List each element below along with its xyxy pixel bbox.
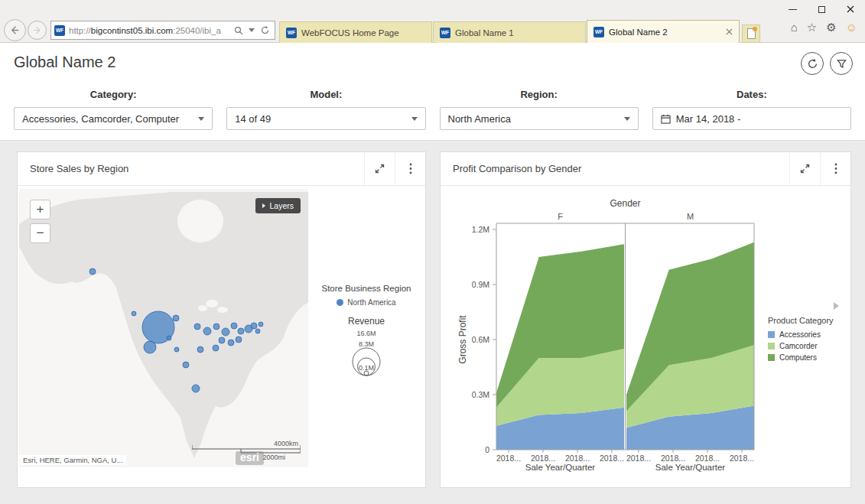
region-select[interactable]: North America bbox=[440, 107, 639, 130]
map-menu-button[interactable] bbox=[395, 152, 425, 185]
chart-legend: Product CategoryAccessoriesCamcorderComp… bbox=[768, 316, 849, 365]
map-bubble[interactable] bbox=[259, 322, 263, 327]
category-select[interactable]: Accessories, Camcorder, Computer bbox=[14, 107, 213, 130]
feedback-smiley-icon[interactable]: ☺ bbox=[846, 21, 857, 33]
map-bubble[interactable] bbox=[173, 315, 179, 321]
x-tick-label: 2018... bbox=[496, 454, 521, 463]
calendar-icon bbox=[661, 114, 671, 124]
map-legend-region-item[interactable]: North America bbox=[308, 298, 424, 307]
forward-button[interactable] bbox=[28, 21, 47, 40]
dashboard-area: Store Sales by Region bbox=[0, 141, 865, 504]
tab-favicon: WF bbox=[286, 28, 297, 38]
y-tick-label: 0 bbox=[485, 445, 489, 454]
region-item-label: North America bbox=[347, 298, 395, 307]
x-tick-label: 2018... bbox=[730, 454, 754, 463]
page-title: Global Name 2 bbox=[14, 54, 115, 71]
map-bubble[interactable] bbox=[89, 268, 96, 275]
map-bubble[interactable] bbox=[192, 385, 200, 392]
map-bubble[interactable] bbox=[144, 341, 156, 353]
legend-swatch-icon bbox=[768, 343, 775, 350]
settings-gear-icon[interactable]: ⚙ bbox=[826, 21, 836, 33]
dates-field[interactable]: Mar 14, 2018 - bbox=[652, 107, 851, 130]
refresh-page-icon[interactable] bbox=[260, 25, 270, 35]
map-bubble[interactable] bbox=[174, 347, 179, 352]
tab-global-name-1[interactable]: WF Global Name 1 bbox=[433, 21, 586, 43]
map-bubble[interactable] bbox=[228, 340, 234, 346]
back-button[interactable] bbox=[4, 19, 26, 41]
tab-label: Global Name 1 bbox=[455, 28, 579, 37]
window-controls bbox=[778, 0, 865, 18]
x-axis-title-f: Sale Year/Quarter bbox=[496, 463, 624, 472]
map-bubble[interactable] bbox=[231, 323, 237, 329]
browser-toolbar-icons: ⌂ ☆ ⚙ ☺ bbox=[791, 21, 857, 33]
tab-global-name-2[interactable]: WF Global Name 2 bbox=[587, 20, 740, 43]
map-bubble[interactable] bbox=[238, 328, 244, 334]
legend-title: Product Category bbox=[768, 316, 849, 325]
map-bubble[interactable] bbox=[255, 329, 260, 333]
home-icon[interactable]: ⌂ bbox=[791, 21, 798, 33]
map-bubble[interactable] bbox=[213, 345, 219, 351]
x-tick-label: 2018... bbox=[695, 454, 720, 463]
map-bubble[interactable] bbox=[251, 323, 257, 329]
chart-menu-button[interactable] bbox=[820, 152, 850, 185]
facet-label-M: M bbox=[687, 212, 694, 221]
zoom-out-button[interactable]: − bbox=[30, 223, 50, 243]
map-bubble[interactable] bbox=[213, 324, 220, 330]
map-bubble[interactable] bbox=[236, 337, 242, 343]
legend-item-camcorder[interactable]: Camcorder bbox=[768, 342, 849, 350]
filter-label-category: Category: bbox=[14, 89, 213, 100]
map-canvas[interactable]: + − Layers 4000km 2000mi Esri, HERE, Gar… bbox=[19, 189, 308, 467]
x-tick-label: 2018... bbox=[661, 454, 685, 463]
filter-button[interactable] bbox=[830, 52, 853, 75]
tab-close-icon[interactable] bbox=[726, 28, 733, 35]
caret-right-icon bbox=[262, 203, 265, 208]
gulf-of-alaska bbox=[45, 286, 109, 324]
legend-item-accessories[interactable]: Accessories bbox=[768, 330, 849, 339]
y-tick-label: 0.6M bbox=[472, 335, 489, 344]
map-panel: Store Sales by Region bbox=[17, 151, 426, 488]
address-dropdown-icon[interactable] bbox=[249, 28, 255, 32]
map-bubble[interactable] bbox=[167, 336, 171, 340]
x-tick-label: 2018... bbox=[600, 454, 624, 463]
size-label-min: 0.1M bbox=[359, 364, 374, 372]
chevron-down-icon bbox=[411, 117, 418, 121]
maximize-button[interactable] bbox=[807, 0, 836, 18]
new-tab-button[interactable] bbox=[742, 24, 760, 43]
layers-button[interactable]: Layers bbox=[255, 198, 301, 213]
legend-item-computers[interactable]: Computers bbox=[768, 353, 849, 362]
map-expand-button[interactable] bbox=[364, 152, 395, 185]
filter-label-dates: Dates: bbox=[652, 89, 851, 100]
map-bubble[interactable] bbox=[197, 346, 203, 353]
address-bar[interactable]: WF http://bigcontinst05.ibi.com:25040/ib… bbox=[50, 21, 275, 40]
url-text: http://bigcontinst05.ibi.com:25040/ibi_a bbox=[69, 26, 234, 35]
close-button[interactable] bbox=[836, 0, 865, 18]
map-legend-size-title: Revenue bbox=[308, 316, 424, 327]
layers-label: Layers bbox=[269, 201, 294, 210]
y-tick-label: 0.3M bbox=[472, 390, 489, 399]
legend-more-icon[interactable] bbox=[834, 302, 839, 310]
favorites-star-icon[interactable]: ☆ bbox=[807, 21, 817, 33]
map-bubble[interactable] bbox=[203, 327, 211, 335]
map-legend-region-title: Store Business Region bbox=[308, 284, 424, 293]
great-lake bbox=[217, 307, 228, 313]
model-select-value: 14 of 49 bbox=[235, 113, 411, 125]
map-bubble[interactable] bbox=[219, 337, 225, 343]
map-bubble[interactable] bbox=[194, 324, 200, 330]
search-icon[interactable] bbox=[234, 26, 243, 35]
dates-field-value: Mar 14, 2018 - bbox=[676, 113, 843, 125]
map-bubble[interactable] bbox=[222, 328, 229, 336]
browser-chrome: WF http://bigcontinst05.ibi.com:25040/ib… bbox=[0, 0, 865, 43]
chart-expand-button[interactable] bbox=[789, 152, 820, 185]
minimize-button[interactable] bbox=[778, 0, 807, 18]
map-bubble[interactable] bbox=[183, 362, 189, 368]
great-lake bbox=[198, 305, 207, 311]
filter-label-region: Region: bbox=[440, 89, 639, 100]
zoom-in-button[interactable]: + bbox=[30, 200, 50, 219]
new-tab-page-icon bbox=[747, 28, 756, 39]
tab-webfocus-home[interactable]: WF WebFOCUS Home Page bbox=[279, 21, 432, 43]
model-select[interactable]: 14 of 49 bbox=[226, 107, 425, 130]
tab-strip: WF WebFOCUS Home Page WF Global Name 1 W… bbox=[279, 20, 760, 43]
refresh-dashboard-button[interactable] bbox=[801, 52, 824, 75]
map-bubble[interactable] bbox=[132, 311, 136, 316]
x-tick-label: 2018... bbox=[626, 454, 651, 463]
